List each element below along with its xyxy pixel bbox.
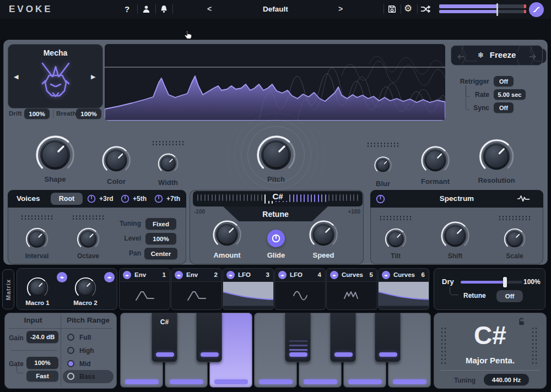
interval-knob[interactable] [25, 227, 49, 251]
gate-speed-value[interactable]: Fast [26, 371, 58, 382]
freeze-button[interactable]: ❄ Freeze [451, 45, 543, 66]
preset-card-prev-button[interactable]: ◀ [14, 73, 18, 80]
preset-next-button[interactable]: > [338, 4, 343, 13]
mod-slot-curves5-header[interactable]: ◂▸ Curves 5 [326, 268, 377, 281]
pitch-range-radio-full[interactable] [67, 334, 74, 341]
pitch-range-option-high[interactable]: High [79, 347, 94, 355]
mod-slot-env1-display[interactable] [119, 281, 170, 310]
mod-assign-icon[interactable]: ◂▸ [330, 271, 338, 279]
tuning-hz-value[interactable]: 440.00 Hz [484, 374, 529, 385]
mod-slot-env1-header[interactable]: ◂▸ Env 1 [119, 268, 170, 281]
resolution-knob[interactable] [478, 138, 515, 175]
voice-tab-3rd[interactable]: +3rd [99, 195, 114, 203]
sync-value[interactable]: Off [494, 102, 514, 113]
mod-assign-icon[interactable]: ◂▸ [382, 271, 390, 279]
key-Dsharp[interactable] [196, 313, 222, 362]
mod-assign-icon[interactable]: ◂▸ [226, 271, 235, 279]
dry-retune-value[interactable]: Off [496, 290, 523, 302]
dry-slider[interactable] [461, 281, 522, 284]
macro2-knob[interactable] [74, 276, 97, 300]
pitch-knob[interactable] [255, 134, 297, 176]
retrigger-value[interactable]: Off [494, 76, 514, 86]
voice-tab-root[interactable]: Root [51, 193, 83, 205]
tuning-value[interactable]: Fixed [145, 218, 176, 230]
speed-knob[interactable] [308, 219, 339, 250]
preset-card-next-button[interactable]: ▶ [91, 73, 95, 80]
pitch-range-radio-high[interactable] [67, 347, 74, 354]
drift-value[interactable]: 100% [24, 108, 50, 119]
key-Csharp[interactable]: C# [152, 313, 177, 362]
formant-knob[interactable] [420, 145, 451, 176]
mod-slot-curves6-display[interactable] [378, 281, 429, 310]
pitch-range-option-bass[interactable]: Bass [79, 373, 95, 380]
macro2-mod-button[interactable]: ◂▸ [104, 272, 115, 282]
drift-label: Drift [9, 110, 22, 117]
pitch-range-option-mid[interactable]: Mid [79, 360, 91, 368]
key-Fsharp[interactable] [285, 313, 311, 362]
dry-slider-handle[interactable] [503, 277, 507, 287]
preset-prev-button[interactable]: < [207, 4, 212, 13]
voice-7th-power-icon[interactable] [154, 194, 163, 205]
mod-slot-lfo4-display[interactable] [274, 281, 326, 310]
settings-gear-icon[interactable]: ⚙ [404, 3, 412, 14]
shape-knob[interactable] [34, 134, 76, 176]
mod-assign-icon[interactable]: ◂▸ [278, 271, 287, 279]
mod-slot-env2-display[interactable] [171, 281, 222, 310]
octave-knob[interactable] [76, 227, 100, 251]
mod-assign-icon[interactable]: ◂▸ [175, 271, 183, 279]
retune-note: C# [268, 192, 287, 201]
voice-5th-power-icon[interactable] [121, 194, 129, 205]
mod-slot-number: 4 [318, 271, 321, 278]
spectrum-waveform-icon[interactable] [517, 195, 530, 205]
mod-slot-name: Curves [342, 271, 363, 278]
save-icon[interactable] [387, 4, 397, 16]
rate-value[interactable]: 5.00 sec [494, 89, 526, 100]
output-level-meter[interactable] [439, 4, 526, 15]
key-Csharp-label: C# [152, 318, 177, 326]
level-value[interactable]: 100% [145, 233, 176, 244]
pitch-range-option-full[interactable]: Full [79, 334, 91, 341]
mod-slot-curves5-display[interactable] [326, 281, 377, 310]
key-Asharp[interactable] [375, 313, 401, 362]
preset-name[interactable]: Default [231, 5, 320, 13]
macro1-mod-button[interactable]: ◂▸ [57, 272, 67, 282]
curve-logo-button[interactable] [529, 2, 544, 17]
mod-slot-number: 1 [163, 271, 166, 278]
scale-knob[interactable] [503, 227, 526, 251]
voice-3rd-power-icon[interactable] [87, 194, 96, 205]
randomize-shuffle-icon[interactable] [420, 5, 431, 15]
voice-tab-5th[interactable]: +5th [133, 195, 147, 203]
notifications-bell-icon[interactable] [159, 4, 169, 16]
mod-slot-lfo4-header[interactable]: ◂▸ LFO 4 [274, 268, 326, 281]
zigzag-shape-icon [341, 289, 363, 302]
glide-power-button[interactable] [267, 230, 285, 247]
macro1-knob[interactable] [26, 276, 49, 300]
help-button[interactable]: ? [125, 4, 129, 14]
mod-slot-lfo3-header[interactable]: ◂▸ LFO 3 [223, 268, 274, 281]
blur-knob[interactable] [374, 156, 392, 175]
mod-assign-icon[interactable]: ◂▸ [123, 271, 131, 279]
divider [11, 350, 57, 351]
tilt-knob[interactable] [384, 227, 407, 251]
color-knob[interactable] [101, 145, 132, 176]
shift-knob[interactable] [440, 220, 471, 251]
mod-slot-lfo3-display[interactable] [223, 281, 274, 310]
voice-tab-7th[interactable]: +7th [166, 195, 180, 203]
pitch-range-radio-bass[interactable] [67, 373, 74, 380]
breath-value[interactable]: 100% [76, 108, 101, 119]
current-scale[interactable]: Major Penta. [434, 356, 547, 365]
width-knob[interactable] [157, 153, 179, 175]
mod-slot-name: Env [134, 271, 146, 278]
meter-handle[interactable] [496, 3, 498, 16]
gate-value[interactable]: 100% [26, 357, 58, 369]
gain-value[interactable]: -24.0 dB [26, 331, 58, 343]
amount-knob[interactable] [212, 219, 242, 250]
account-icon[interactable] [142, 4, 151, 16]
mod-slot-env2-header[interactable]: ◂▸ Env 2 [171, 268, 222, 281]
pitch-range-radio-mid[interactable] [67, 360, 74, 367]
mod-slot-curves6-header[interactable]: ◂▸ Curves 6 [378, 268, 429, 281]
retune-note-wrap: C# [193, 192, 363, 202]
key-Gsharp[interactable] [330, 313, 356, 362]
pan-value[interactable]: Center [144, 248, 177, 259]
mod-slot-name: LFO [290, 271, 302, 278]
